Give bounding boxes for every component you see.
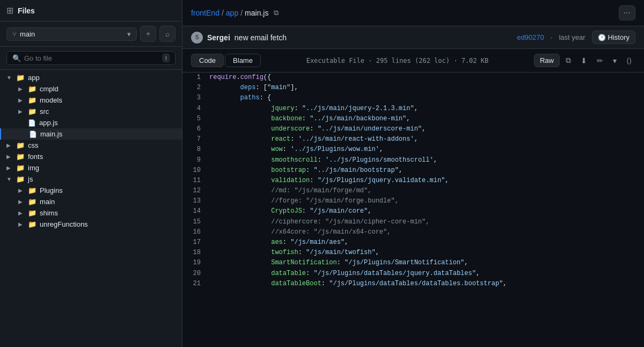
chevron-icon: ▶ <box>18 187 25 193</box>
line-code: paths: { <box>209 93 644 103</box>
tab-code[interactable]: Code <box>191 54 224 67</box>
add-file-button[interactable]: ＋ <box>140 26 156 42</box>
item-label: shims <box>40 209 58 217</box>
line-number: 14 <box>182 206 209 216</box>
tree-item-cmpld[interactable]: ▶ 📁 cmpld <box>0 83 182 95</box>
raw-button[interactable]: Raw <box>534 54 560 67</box>
table-row: 1require.config({ <box>182 73 644 83</box>
history-button[interactable]: 🕐 History <box>592 31 635 44</box>
tree-item-app[interactable]: ▼ 📁 app <box>0 72 182 83</box>
table-row: 8 wow: '../js/Plugins/wow.min', <box>182 144 644 155</box>
search-input[interactable] <box>24 54 159 62</box>
code-table: 1require.config({2 deps: ["main"],3 path… <box>182 73 644 289</box>
line-code: bootstrap: "../js/main/bootstrap", <box>209 165 644 176</box>
chevron-icon: ▶ <box>6 142 13 148</box>
tree-item-plugins[interactable]: ▶ 📁 Plugins <box>0 185 182 196</box>
table-row: 6 underscore: "../js/main/underscore-min… <box>182 124 644 134</box>
table-row: 9 smoothscroll: '../js/Plugins/smoothscr… <box>182 155 644 165</box>
chevron-icon: ▶ <box>6 154 13 160</box>
line-number: 4 <box>182 104 209 114</box>
line-number: 3 <box>182 93 209 103</box>
breadcrumb-path: frontEnd / app / main.js ⧉ <box>191 9 279 17</box>
folder-icon: 📁 <box>28 186 36 194</box>
chevron-down-icon: ▾ <box>127 30 131 38</box>
commit-author[interactable]: Sergei <box>207 33 230 42</box>
tree-item-app-js[interactable]: 📄 app.js <box>0 117 182 128</box>
item-label: cmpld <box>40 85 58 93</box>
line-number: 1 <box>182 73 209 83</box>
line-number: 2 <box>182 83 209 93</box>
line-number: 5 <box>182 114 209 124</box>
item-label: app <box>28 74 40 82</box>
tree-item-src[interactable]: ▶ 📁 src <box>0 106 182 117</box>
edit-button[interactable]: ✏ <box>593 54 607 68</box>
line-number: 12 <box>182 186 209 196</box>
table-row: 18 twofish: "/js/main/twofish", <box>182 248 644 258</box>
table-row: 12 //md: "/js/main/forge/md", <box>182 186 644 196</box>
item-label: fonts <box>28 153 43 161</box>
copy-raw-button[interactable]: ⧉ <box>562 53 575 68</box>
copy-icon[interactable]: ⧉ <box>274 9 279 17</box>
item-label: app.js <box>39 119 58 127</box>
tab-blame[interactable]: Blame <box>225 54 261 67</box>
chevron-icon: ▶ <box>18 86 25 92</box>
breadcrumb-current: main.js <box>245 9 268 17</box>
line-code: twofish: "/js/main/twofish", <box>209 248 644 258</box>
item-label: models <box>40 96 62 104</box>
table-row: 11 validation: "/js/Plugins/jquery.valid… <box>182 176 644 186</box>
history-icon: 🕐 <box>598 34 606 41</box>
breadcrumb-app[interactable]: app <box>226 9 238 17</box>
tree-item-main-folder[interactable]: ▶ 📁 main <box>0 196 182 207</box>
line-code: backbone: "../js/main/backbone-min", <box>209 114 644 124</box>
search-box: 🔍 t <box>6 51 175 65</box>
table-row: 16 //x64core: "/js/main/x64-core", <box>182 227 644 237</box>
item-label: img <box>28 164 39 172</box>
tree-item-fonts[interactable]: ▶ 📁 fonts <box>0 151 182 162</box>
folder-icon: 📁 <box>16 164 25 172</box>
folder-icon: 📁 <box>28 107 36 115</box>
more-file-options[interactable]: ▾ <box>609 54 620 68</box>
tree-item-unreg[interactable]: ▶ 📁 unregFunctions <box>0 219 182 230</box>
grid-icon: ⊞ <box>6 5 13 16</box>
table-row: 5 backbone: "../js/main/backbone-min", <box>182 114 644 124</box>
line-number: 9 <box>182 155 209 165</box>
line-number: 21 <box>182 279 209 289</box>
search-icon: 🔍 <box>12 54 21 62</box>
tree-item-js[interactable]: ▼ 📁 js <box>0 174 182 185</box>
table-row: 3 paths: { <box>182 93 644 103</box>
item-label: css <box>28 141 39 149</box>
line-code: wow: '../js/Plugins/wow.min', <box>209 144 644 155</box>
tree-item-models[interactable]: ▶ 📁 models <box>0 95 182 106</box>
line-number: 20 <box>182 269 209 279</box>
search-button[interactable]: ⌕ <box>159 26 175 42</box>
code-tabs: Code Blame <box>191 54 261 67</box>
sidebar-header: ⊞ Files <box>0 0 182 21</box>
line-number: 16 <box>182 227 209 237</box>
table-row: 10 bootstrap: "../js/main/bootstrap", <box>182 165 644 176</box>
branch-selector[interactable]: ⑂ main ▾ <box>6 27 137 41</box>
line-code: underscore: "../js/main/underscore-min", <box>209 124 644 134</box>
chevron-icon: ▶ <box>18 199 25 205</box>
folder-icon: 📁 <box>16 175 25 183</box>
line-code: deps: ["main"], <box>209 83 644 93</box>
symbols-button[interactable]: ⟨⟩ <box>623 54 635 68</box>
line-number: 18 <box>182 248 209 258</box>
commit-time: last year <box>559 33 585 41</box>
download-button[interactable]: ⬇ <box>577 54 591 68</box>
line-number: 7 <box>182 134 209 144</box>
breadcrumb-frontend[interactable]: frontEnd <box>191 9 219 17</box>
tree-item-main-js[interactable]: 📄 main.js <box>0 128 182 140</box>
line-code: validation: "/js/Plugins/jquery.validate… <box>209 176 644 186</box>
tree-item-img[interactable]: ▶ 📁 img <box>0 162 182 174</box>
more-options-button[interactable]: ··· <box>619 5 635 20</box>
chevron-icon: ▶ <box>18 97 25 103</box>
file-icon: 📄 <box>29 131 37 138</box>
item-label: main <box>40 198 55 206</box>
line-code: require.config({ <box>209 73 644 83</box>
sidebar-search: 🔍 t <box>0 47 182 70</box>
tree-item-shims[interactable]: ▶ 📁 shims <box>0 207 182 219</box>
tree-item-css[interactable]: ▶ 📁 css <box>0 140 182 151</box>
commit-message: new email fetch <box>235 33 287 42</box>
chevron-icon: ▶ <box>18 221 25 227</box>
item-label: unregFunctions <box>40 220 88 228</box>
